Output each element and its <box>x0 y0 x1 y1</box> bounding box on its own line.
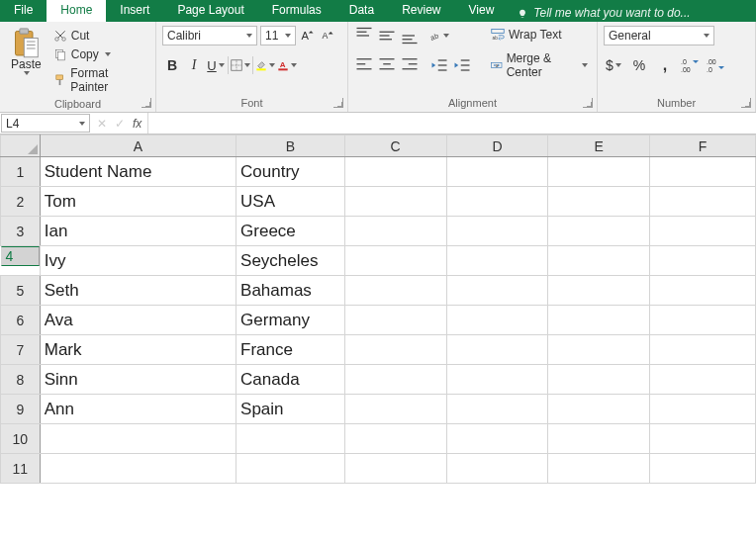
decrease-font-button[interactable]: A <box>319 26 336 45</box>
font-name-select[interactable]: Calibri <box>162 26 257 45</box>
col-header-D[interactable]: D <box>446 136 548 157</box>
cell-C11[interactable] <box>344 454 446 484</box>
cell-A1[interactable]: Student Name <box>40 157 236 187</box>
currency-button[interactable]: $ <box>604 55 623 75</box>
cell-D11[interactable] <box>446 454 548 484</box>
cell-F1[interactable] <box>650 157 756 187</box>
cell-B3[interactable]: Greece <box>236 217 345 246</box>
cell-A4[interactable]: Ivy <box>40 246 236 276</box>
cell-F10[interactable] <box>650 424 756 454</box>
cell-E2[interactable] <box>548 187 650 217</box>
increase-font-button[interactable]: A <box>299 26 317 45</box>
cell-E6[interactable] <box>548 306 650 335</box>
row-header-5[interactable]: 5 <box>1 276 41 306</box>
increase-decimal-button[interactable]: .0.00 <box>681 55 701 75</box>
col-header-F[interactable]: F <box>650 136 756 157</box>
row-header-2[interactable]: 2 <box>1 187 41 217</box>
cell-E8[interactable] <box>548 365 650 395</box>
cell-D5[interactable] <box>446 276 548 306</box>
cell-D4[interactable] <box>446 246 548 276</box>
dialog-launcher-icon[interactable] <box>741 98 751 108</box>
cell-B10[interactable] <box>236 424 345 454</box>
cell-B11[interactable] <box>236 454 345 484</box>
cell-B6[interactable]: Germany <box>236 306 345 335</box>
cut-button[interactable]: Cut <box>50 27 149 45</box>
cell-A7[interactable]: Mark <box>40 335 236 365</box>
cell-B8[interactable]: Canada <box>236 365 345 395</box>
cell-A8[interactable]: Sinn <box>40 365 236 395</box>
cell-F11[interactable] <box>650 454 756 484</box>
orientation-button[interactable]: ab <box>429 26 449 45</box>
formula-accept-icon[interactable]: ✓ <box>115 117 125 131</box>
underline-button[interactable]: U <box>206 55 226 75</box>
cell-F4[interactable] <box>650 246 756 276</box>
tab-review[interactable]: Review <box>388 0 454 22</box>
dialog-launcher-icon[interactable] <box>583 98 593 108</box>
cell-B2[interactable]: USA <box>236 187 345 217</box>
decrease-indent-button[interactable] <box>429 55 449 75</box>
borders-button[interactable] <box>231 55 250 75</box>
formula-cancel-icon[interactable]: ✕ <box>97 117 107 131</box>
cell-E9[interactable] <box>548 395 650 424</box>
tab-formulas[interactable]: Formulas <box>258 0 335 22</box>
cell-C2[interactable] <box>344 187 446 217</box>
tab-home[interactable]: Home <box>47 0 106 22</box>
row-header-1[interactable]: 1 <box>1 157 41 187</box>
increase-indent-button[interactable] <box>452 55 472 75</box>
cell-B9[interactable]: Spain <box>236 395 345 424</box>
cell-F3[interactable] <box>650 217 756 246</box>
cell-F6[interactable] <box>650 306 756 335</box>
align-middle-button[interactable] <box>377 26 397 45</box>
cell-F9[interactable] <box>650 395 756 424</box>
cell-C1[interactable] <box>344 157 446 187</box>
cell-A9[interactable]: Ann <box>40 395 236 424</box>
row-header-9[interactable]: 9 <box>1 395 41 424</box>
cell-B1[interactable]: Country <box>236 157 345 187</box>
cell-E1[interactable] <box>548 157 650 187</box>
col-header-A[interactable]: A <box>40 136 236 157</box>
cell-B5[interactable]: Bahamas <box>236 276 345 306</box>
select-all-corner[interactable] <box>1 136 41 157</box>
cell-A2[interactable]: Tom <box>40 187 236 217</box>
row-header-11[interactable]: 11 <box>1 454 41 484</box>
align-center-button[interactable] <box>377 55 397 75</box>
comma-button[interactable]: , <box>655 55 675 75</box>
cell-D6[interactable] <box>446 306 548 335</box>
align-right-button[interactable] <box>400 55 420 75</box>
tell-me-search[interactable]: Tell me what you want to do... <box>508 0 700 22</box>
cell-D1[interactable] <box>446 157 548 187</box>
col-header-B[interactable]: B <box>236 136 345 157</box>
italic-button[interactable]: I <box>184 55 204 75</box>
cell-C10[interactable] <box>344 424 446 454</box>
cell-C9[interactable] <box>344 395 446 424</box>
cell-B4[interactable]: Seycheles <box>236 246 345 276</box>
cell-D7[interactable] <box>446 335 548 365</box>
align-bottom-button[interactable] <box>400 26 420 45</box>
col-header-E[interactable]: E <box>548 136 650 157</box>
number-format-select[interactable]: General <box>604 26 714 45</box>
formula-input[interactable] <box>148 113 756 134</box>
tab-data[interactable]: Data <box>335 0 388 22</box>
name-box[interactable]: L4 <box>1 114 90 133</box>
fill-color-button[interactable] <box>255 55 275 75</box>
cell-A3[interactable]: Ian <box>40 217 236 246</box>
row-header-10[interactable]: 10 <box>1 424 41 454</box>
fx-icon[interactable]: fx <box>133 117 142 131</box>
align-top-button[interactable] <box>354 26 374 45</box>
cell-E7[interactable] <box>548 335 650 365</box>
cell-D2[interactable] <box>446 187 548 217</box>
cell-F8[interactable] <box>650 365 756 395</box>
font-color-button[interactable]: A <box>277 55 297 75</box>
row-header-6[interactable]: 6 <box>1 306 41 335</box>
format-painter-button[interactable]: Format Painter <box>50 64 149 96</box>
cell-C5[interactable] <box>344 276 446 306</box>
cell-D10[interactable] <box>446 424 548 454</box>
cell-F2[interactable] <box>650 187 756 217</box>
cell-A6[interactable]: Ava <box>40 306 236 335</box>
cell-E4[interactable] <box>548 246 650 276</box>
tab-file[interactable]: File <box>0 0 47 22</box>
merge-center-button[interactable]: aMerge & Center <box>488 49 591 81</box>
font-size-select[interactable]: 11 <box>260 26 296 45</box>
tab-view[interactable]: View <box>455 0 509 22</box>
cell-F7[interactable] <box>650 335 756 365</box>
